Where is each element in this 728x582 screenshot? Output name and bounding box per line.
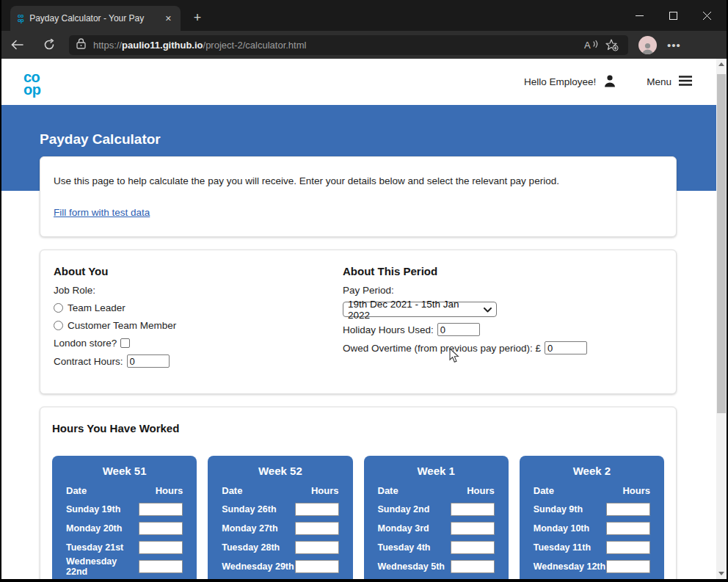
day-label: Wednesday 12th [534, 561, 605, 572]
day-hours-input[interactable] [606, 541, 650, 554]
day-row: Wednesday 29th [222, 560, 338, 573]
week-card-51: Week 51 Date Hours Sunday 19th Monday 20… [52, 456, 197, 579]
day-hours-input[interactable] [606, 503, 650, 516]
pay-period-label: Pay Period: [343, 284, 663, 297]
day-label: Monday 20th [66, 523, 122, 534]
browser-toolbar: https://paulio11.github.io/project-2/cal… [0, 31, 728, 59]
contract-hours-label: Contract Hours: [54, 356, 123, 367]
url-scheme: https:// [93, 40, 122, 51]
owed-overtime-input[interactable] [545, 341, 587, 354]
minimize-button[interactable] [622, 0, 656, 31]
day-label: Tuesday 11th [534, 542, 591, 553]
holiday-hours-input[interactable] [437, 323, 480, 336]
day-hours-input[interactable] [295, 541, 339, 554]
page-viewport: co op Hello Employee! Menu Payday Calcul… [1, 59, 727, 579]
scroll-down-icon[interactable] [716, 568, 727, 579]
week-card-2: Week 2 Date Hours Sunday 9th Monday 10th… [520, 456, 664, 579]
day-hours-input[interactable] [451, 522, 495, 535]
day-hours-input[interactable] [451, 503, 495, 516]
new-tab-button[interactable]: + [188, 8, 207, 27]
day-hours-input[interactable] [139, 560, 183, 573]
day-hours-input[interactable] [451, 560, 495, 573]
day-hours-input[interactable] [295, 503, 339, 516]
coop-logo[interactable]: co op [23, 68, 40, 95]
customer-team-member-radio[interactable] [54, 321, 63, 330]
day-row: Monday 3rd [378, 522, 495, 535]
address-bar[interactable]: https://paulio11.github.io/project-2/cal… [69, 35, 628, 55]
day-row: Wednesday 5th [378, 560, 495, 573]
back-icon[interactable] [6, 34, 28, 56]
maximize-button[interactable] [656, 0, 690, 31]
read-aloud-icon[interactable]: A [581, 36, 602, 54]
day-label: Tuesday 4th [378, 542, 431, 553]
day-row: Monday 27th [222, 522, 338, 535]
url-domain: paulio11.github.io [122, 40, 203, 51]
day-label: Monday 27th [222, 523, 277, 534]
about-you-heading: About You [54, 265, 343, 277]
hours-column-header: Hours [622, 485, 650, 496]
day-hours-input[interactable] [139, 503, 183, 516]
day-label: Sunday 9th [534, 504, 583, 514]
day-hours-input[interactable] [295, 560, 339, 573]
site-header: co op Hello Employee! Menu [1, 59, 716, 105]
day-row: Tuesday 4th [378, 541, 495, 554]
day-row: Tuesday 28th [222, 541, 338, 554]
day-hours-input[interactable] [451, 541, 495, 554]
contract-hours-row: Contract Hours: [54, 354, 343, 368]
url-text: https://paulio11.github.io/project-2/cal… [93, 40, 581, 51]
holiday-hours-label: Holiday Hours Used: [343, 324, 434, 335]
logo-line-2: op [23, 84, 40, 95]
menu-label[interactable]: Menu [647, 76, 671, 87]
browser-tab[interactable]: coop Payday Calculator - Your Pay ✕ [10, 6, 181, 31]
lock-icon[interactable] [76, 38, 86, 52]
pay-period-value: 19th Dec 2021 - 15th Jan 2022 [348, 299, 484, 321]
day-hours-input[interactable] [606, 522, 650, 535]
day-hours-input[interactable] [606, 560, 650, 573]
job-role-label: Job Role: [54, 284, 343, 297]
day-label: Monday 10th [534, 523, 589, 534]
day-row: Sunday 2nd [378, 503, 495, 516]
london-store-checkbox[interactable] [120, 338, 130, 348]
profile-avatar[interactable] [638, 36, 657, 54]
scroll-up-icon[interactable] [716, 59, 727, 70]
team-leader-radio[interactable] [54, 303, 63, 313]
about-you-section: About You Job Role: Team Leader Customer… [54, 265, 343, 373]
greeting-text: Hello Employee! [524, 76, 596, 87]
day-hours-input[interactable] [139, 541, 183, 554]
week-card-52: Week 52 Date Hours Sunday 26th Monday 27… [208, 456, 352, 579]
day-label: Wednesday 5th [378, 561, 445, 572]
intro-text: Use this page to help calculate the pay … [54, 175, 663, 186]
day-hours-input[interactable] [139, 522, 183, 535]
date-column-header: Date [378, 485, 398, 496]
date-column-header: Date [66, 485, 87, 496]
page-scrollbar[interactable] [716, 59, 727, 579]
day-row: Monday 10th [534, 522, 650, 535]
day-label: Tuesday 21st [66, 542, 123, 553]
user-icon [603, 73, 617, 90]
day-row: Tuesday 21st [66, 541, 183, 554]
contract-hours-input[interactable] [127, 354, 170, 368]
page-title: Payday Calculator [40, 131, 716, 148]
about-period-heading: About This Period [343, 265, 663, 277]
about-form-card: About You Job Role: Team Leader Customer… [40, 250, 677, 394]
day-label: Sunday 2nd [378, 504, 430, 514]
day-row: Sunday 9th [534, 503, 650, 516]
hamburger-menu-icon[interactable] [678, 75, 693, 89]
owed-overtime-row: Owed Overtime (from previous pay period)… [343, 341, 663, 354]
tab-title: Payday Calculator - Your Pay [29, 13, 162, 23]
refresh-icon[interactable] [38, 34, 60, 56]
day-hours-input[interactable] [295, 522, 339, 535]
tab-close-icon[interactable]: ✕ [162, 12, 175, 25]
close-window-button[interactable] [690, 0, 724, 31]
about-period-section: About This Period Pay Period: 19th Dec 2… [343, 265, 663, 373]
pay-period-select[interactable]: 19th Dec 2021 - 15th Jan 2022 [343, 302, 497, 317]
fill-test-data-link[interactable]: Fill form with test data [54, 207, 150, 218]
favorites-star-icon[interactable] [602, 36, 622, 54]
browser-menu-icon[interactable]: ••• [667, 39, 681, 51]
team-leader-label: Team Leader [68, 302, 125, 313]
london-store-label: London store? [54, 338, 117, 349]
scrollbar-thumb[interactable] [717, 74, 726, 413]
london-store-row: London store? [54, 337, 343, 349]
week-title: Week 2 [534, 465, 650, 477]
day-row: Tuesday 11th [534, 541, 650, 554]
